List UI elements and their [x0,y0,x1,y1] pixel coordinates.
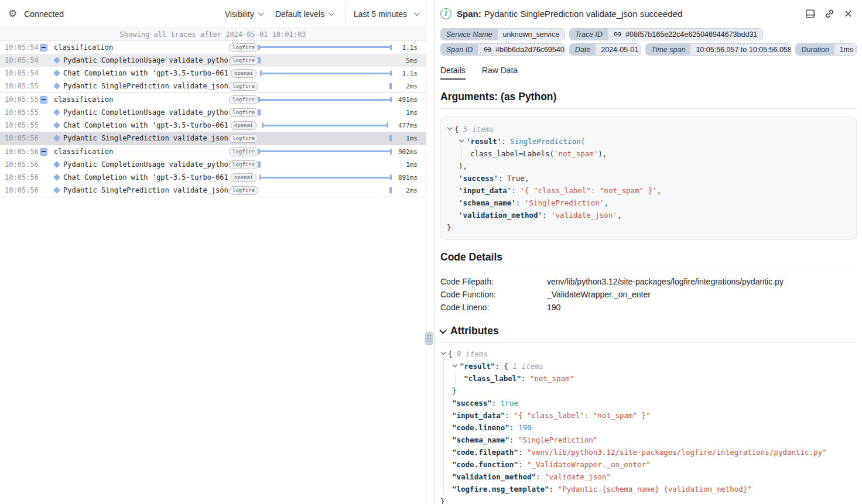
trace-duration: 2ms [393,83,426,90]
date-badge: Date 2024-05-01 [569,43,641,56]
trace-name: Chat Completion with 'gpt-3.5-turbo-061 [63,173,228,181]
span-badges: Service Name unknown_service Trace ID #0… [435,27,862,56]
duration-track [258,145,392,158]
kv-label: Code Filepath: [440,275,547,288]
badge-label: Time span [646,44,690,55]
indent-guide [440,483,452,495]
kv-label: Code Function: [440,288,547,301]
trace-row[interactable]: 10:05:54 Pydantic CompletionUsage valida… [0,54,426,67]
badge-value: 10:05:56.057 to 10:05:56.058 [690,44,791,55]
panel-divider [426,0,435,504]
app-window: ⚙ Connected Visibility Default levels La… [0,0,862,504]
duration-bar [258,45,392,50]
code-filepath-row: Code Filepath: venv/lib/python3.12/site-… [440,275,857,288]
indent-guide [447,197,459,209]
visibility-dropdown[interactable]: Visibility [225,9,262,19]
indent-guide [452,372,464,385]
split-panel-button[interactable] [805,9,815,19]
collapse-minus-icon [40,44,47,52]
indent-guide [440,471,452,483]
code-details-heading: Code Details [440,251,857,269]
collapse-chevron-icon[interactable] [452,362,460,370]
default-levels-dropdown[interactable]: Default levels [275,9,333,19]
attributes-heading[interactable]: Attributes [440,325,857,343]
collapse-chevron-icon[interactable] [440,349,448,358]
collapse-toggle[interactable] [40,96,54,104]
trace-row[interactable]: 10:05:54 classification logfire 1.1s [0,41,426,54]
trace-time: 10:05:56 [0,160,40,169]
duration-bar [389,83,392,90]
trace-name: Pydantic SinglePrediction validate_json [63,82,228,90]
code-line: 'validation_method': 'validate_json', [447,209,850,221]
span-detail-panel: i Span:Pydantic SinglePrediction validat… [435,0,862,504]
grip-icon [426,334,432,342]
trace-row[interactable]: 10:05:56 Pydantic CompletionUsage valida… [0,158,426,171]
trace-name: classification [54,43,228,52]
span-title-label: Span: [457,9,481,19]
trace-row[interactable]: 10:05:55 classification logfire 491ms [0,93,426,106]
indent-guide [447,209,459,221]
duration-track [258,106,392,119]
span-id-badge[interactable]: Span ID #b0b6da2d76c69540 [440,43,565,56]
scope-tag: logfire [229,43,258,52]
copy-link-button[interactable] [825,9,834,19]
gear-icon[interactable]: ⚙ [8,9,17,19]
trace-row[interactable]: 10:05:55 Pydantic CompletionUsage valida… [0,106,426,119]
trace-row[interactable]: 10:05:55 Chat Completion with 'gpt-3.5-t… [0,119,426,132]
code-line: } [440,495,857,504]
trace-duration: 5ms [393,57,426,64]
trace-row-selected[interactable]: 10:05:56 Pydantic SinglePrediction valid… [0,132,426,145]
scope-tag: logfire [229,95,258,104]
trace-id-badge[interactable]: Trace ID #08f57b165e22c4e625046944673bdd… [569,28,763,40]
badge-value: #b0b6da2d76c69540 [495,46,564,54]
collapse-chevron-icon[interactable] [447,125,454,133]
code-line: 'input_data': '{ "class_label": "not_spa… [447,184,850,197]
trace-duration: 891ms [393,174,426,181]
scope-tag: logfire [229,148,258,156]
trace-row[interactable]: 10:05:56 classification logfire 902ms [0,145,426,158]
duration-bar [389,135,392,142]
close-button[interactable] [844,9,853,18]
panel-resize-handle[interactable] [425,332,433,345]
trace-time: 10:05:56 [0,173,40,181]
trace-row[interactable]: 10:05:56 Chat Completion with 'gpt-3.5-t… [0,171,426,184]
duration-bar [258,162,261,168]
duration-track [258,80,392,92]
trace-duration: 477ms [393,122,426,129]
trace-row[interactable]: 10:05:56 Pydantic SinglePrediction valid… [0,184,426,197]
trace-time: 10:05:55 [0,108,40,116]
trace-time: 10:05:55 [0,95,40,104]
trace-name: Chat Completion with 'gpt-3.5-turbo-061 [63,121,228,129]
tab-raw-data[interactable]: Raw Data [482,66,518,80]
code-line: 'result': SinglePrediction( [447,135,850,148]
trace-time: 10:05:55 [0,121,40,129]
indent-guide [440,397,452,409]
trace-time: 10:05:54 [0,69,40,77]
visibility-label: Visibility [225,9,254,19]
indent-guide [440,458,452,471]
scope-tag: logfire [229,160,258,169]
trace-name: Pydantic CompletionUsage validate_python [63,160,228,169]
duration-bar [258,149,392,155]
collapse-toggle[interactable] [40,44,54,52]
link-icon [613,31,622,37]
trace-duration: 491ms [393,96,426,104]
trace-time: 10:05:56 [0,148,40,156]
trace-row[interactable]: 10:05:55 Pydantic SinglePrediction valid… [0,80,426,92]
duration-bar [262,123,389,128]
trace-name: Pydantic CompletionUsage validate_python [63,56,228,64]
trace-name: Pydantic SinglePrediction validate_json [63,134,228,142]
collapse-chevron-icon[interactable] [459,137,466,145]
time-range-dropdown[interactable]: Last 5 minutes [346,0,426,28]
link-icon [483,46,492,53]
indent-guide [440,446,452,458]
span-title: Pydantic SinglePrediction validate_json … [484,9,683,19]
tab-details[interactable]: Details [440,66,466,80]
kv-value: venv/lib/python3.12/site-packages/logfir… [547,275,857,288]
trace-time: 10:05:55 [0,82,40,90]
indent-guide [440,421,452,434]
link-icon [825,9,834,19]
collapse-toggle[interactable] [40,148,54,156]
code-line: ), [447,160,850,172]
trace-row[interactable]: 10:05:54 Chat Completion with 'gpt-3.5-t… [0,67,426,80]
